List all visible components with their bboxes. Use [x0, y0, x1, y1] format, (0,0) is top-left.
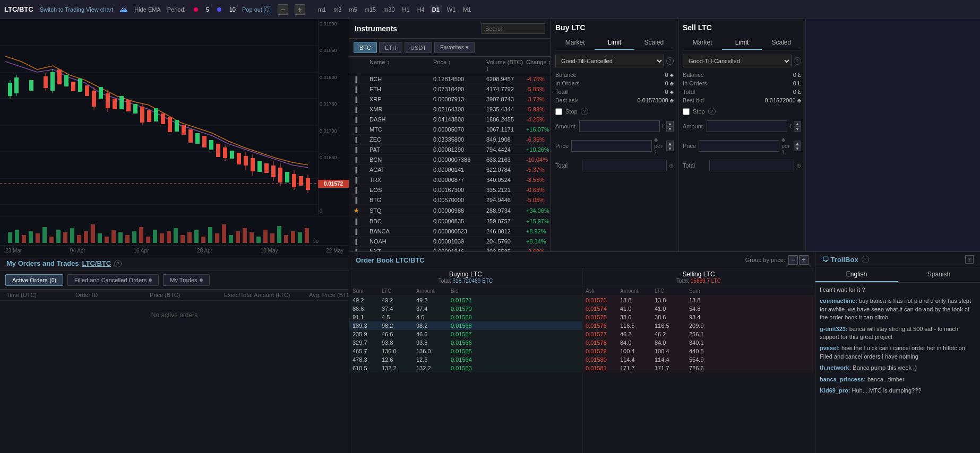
sell-price-down[interactable]: ▼ [794, 146, 801, 151]
tab-eth[interactable]: ETH [379, 42, 402, 53]
ob-sell-row[interactable]: 0.0157313.813.813.8 [582, 296, 815, 304]
tf-d1[interactable]: D1 [430, 5, 442, 14]
tf-h4[interactable]: H4 [415, 5, 427, 14]
ob-sell-row[interactable]: 0.01581171.7171.7726.6 [582, 364, 815, 372]
ob-buy-row[interactable]: 86.637.437.40.01570 [349, 304, 582, 313]
sell-stop-checkbox[interactable] [683, 108, 690, 115]
ob-buy-row[interactable]: 610.5132.2132.20.01563 [349, 364, 582, 372]
group-plus-btn[interactable]: + [799, 255, 809, 265]
tab-favorites[interactable]: Favorites ▾ [434, 42, 475, 53]
sub-tab-my-trades[interactable]: My Trades [163, 274, 209, 286]
buy-tab-market[interactable]: Market [555, 36, 595, 50]
ob-buy-row[interactable]: 329.793.893.80.01566 [349, 338, 582, 347]
list-item[interactable]: ▐ETH0.073104004174.7792-5.85% [349, 84, 551, 94]
zoom-out-btn[interactable]: − [278, 4, 288, 15]
instruments-search[interactable] [482, 23, 545, 34]
ob-sell-row[interactable]: 0.0157538.638.693.4 [582, 313, 815, 321]
buy-total-input[interactable] [582, 160, 667, 171]
tb-tab-spanish[interactable]: Spanish [898, 267, 980, 282]
tab-btc[interactable]: BTC [354, 42, 377, 53]
tf-m1-large[interactable]: M1 [461, 5, 473, 14]
ob-buy-row[interactable]: 91.14.54.50.01569 [349, 313, 582, 321]
ob-sell-row[interactable]: 0.01576116.5116.5209.9 [582, 321, 815, 330]
sell-order-type-select[interactable]: Good-Till-Cancelled [683, 55, 792, 67]
list-item[interactable]: ▐BCH0.128145006208.9457-4.76% [349, 74, 551, 84]
buy-amount-up[interactable]: ▲ [666, 121, 674, 126]
ob-buy-row[interactable]: 235.946.646.60.01567 [349, 330, 582, 338]
tf-m30[interactable]: m30 [381, 5, 397, 14]
tf-m5[interactable]: m5 [347, 5, 359, 14]
ob-sell-row[interactable]: 0.0157884.084.0340.1 [582, 338, 815, 347]
buy-price-up[interactable]: ▲ [666, 141, 674, 146]
sell-order-type-info[interactable]: ? [794, 57, 801, 65]
ob-ltc: 114.4 [655, 356, 689, 363]
instr-change: -10.04% [526, 156, 551, 163]
tab-usdt[interactable]: USDT [405, 42, 432, 53]
list-item[interactable]: ▐BTG0.00570000294.9446-5.05% [349, 195, 551, 205]
ob-sell-row[interactable]: 0.01579100.4100.4440.5 [582, 347, 815, 355]
ob-sell-row[interactable]: 0.01580114.4114.4554.9 [582, 355, 815, 364]
group-minus-btn[interactable]: − [788, 255, 798, 265]
ob-buy-row[interactable]: 465.7136.0136.00.01565 [349, 347, 582, 355]
buy-tab-scaled[interactable]: Scaled [634, 36, 674, 50]
sell-total-input[interactable] [709, 160, 794, 171]
sell-amount-down[interactable]: ▼ [794, 126, 801, 132]
list-item[interactable]: ▐ACAT0.00000141622.0784-5.37% [349, 165, 551, 175]
ob-buy-row-highlight[interactable]: 189.398.298.20.01568 [349, 321, 582, 330]
buy-stop-checkbox[interactable] [555, 108, 562, 115]
ema2-value[interactable]: 10 [229, 6, 236, 13]
switch-chart-link[interactable]: Switch to Trading View chart [40, 6, 114, 13]
sell-stop-info[interactable]: ? [708, 108, 716, 115]
tf-m3[interactable]: m3 [331, 5, 343, 14]
list-item[interactable]: ▐XRP0.000079133907.8743-3.72% [349, 94, 551, 104]
tf-m1[interactable]: m1 [316, 5, 328, 14]
sell-tab-market[interactable]: Market [683, 36, 722, 50]
ob-sell-row[interactable]: 0.0157441.041.054.8 [582, 304, 815, 313]
list-item[interactable]: ▐BBC0.00000835259.8757+15.97% [349, 216, 551, 227]
list-item[interactable]: ▐BANCA0.000000523246.8012+8.92% [349, 227, 551, 237]
tf-w1[interactable]: W1 [445, 5, 458, 14]
my-orders-info[interactable]: ? [114, 260, 122, 267]
list-item[interactable]: ▐ZEC0.03335800849.1908-6.35% [349, 135, 551, 145]
sell-panel-title: Sell LTC [683, 23, 801, 32]
buy-order-type-info[interactable]: ? [666, 57, 674, 65]
sell-amount-up[interactable]: ▲ [794, 121, 801, 126]
buy-price-down[interactable]: ▼ [666, 146, 674, 151]
ob-buy-row[interactable]: 49.249.249.20.01571 [349, 296, 582, 304]
list-item[interactable]: ▐TRX0.00000877340.0524-8.55% [349, 175, 551, 185]
zoom-in-btn[interactable]: + [295, 4, 305, 15]
sell-amount-input[interactable] [707, 120, 787, 132]
tf-h1[interactable]: H1 [400, 5, 412, 14]
popout-btn[interactable]: Pop out ⬡ [242, 6, 271, 13]
ob-buy-row[interactable]: 478.312.612.60.01564 [349, 355, 582, 364]
list-item[interactable]: ★STQ0.00000988288.9734+34.06% [349, 205, 551, 216]
sell-tab-limit[interactable]: Limit [722, 36, 761, 50]
list-item[interactable]: ▐NOAH0.00001039204.5760+8.34% [349, 237, 551, 247]
sub-tab-filled-cancelled[interactable]: Filled and Cancelled Orders [67, 274, 159, 286]
sell-tab-scaled[interactable]: Scaled [762, 36, 801, 50]
list-item[interactable]: ▐DASH0.041438001686.2455-4.25% [349, 115, 551, 125]
sell-price-up[interactable]: ▲ [794, 141, 801, 146]
buy-tab-limit[interactable]: Limit [595, 36, 634, 50]
buy-order-type-select[interactable]: Good-Till-Cancelled [555, 55, 664, 67]
tf-m15[interactable]: m15 [363, 5, 378, 14]
list-item[interactable]: ▐XMR0.021643001935.4344-5.99% [349, 104, 551, 115]
list-item[interactable]: ▐BCN0.0000007386633.2163-10.04% [349, 155, 551, 165]
sub-tab-active-orders[interactable]: Active Orders (0) [5, 274, 63, 286]
tb-tab-english[interactable]: English [815, 267, 898, 282]
ob-sell-row[interactable]: 0.0157746.246.2256.1 [582, 330, 815, 338]
buy-stop-info[interactable]: ? [581, 108, 588, 115]
buy-amount-input[interactable] [579, 120, 660, 132]
ema-label[interactable]: Hide EMA [134, 6, 161, 13]
buy-price-input[interactable] [571, 140, 652, 152]
tb-user: Kid69_pro: [820, 387, 852, 394]
buy-amount-down[interactable]: ▼ [666, 126, 674, 132]
list-item[interactable]: ▐PAT0.00001290794.4424+10.26% [349, 145, 551, 155]
ema1-value[interactable]: 5 [206, 6, 209, 13]
my-orders-pair[interactable]: LTC/BTC [82, 259, 111, 267]
trollbox-info[interactable]: ? [862, 256, 869, 263]
sell-price-input[interactable] [699, 140, 779, 152]
list-item[interactable]: ▐EOS0.00167300335.2121-0.65% [349, 185, 551, 195]
trollbox-resize-icon[interactable]: ⊞ [965, 255, 974, 264]
list-item[interactable]: ▐MTC0.000050701067.1171+16.07% [349, 125, 551, 135]
